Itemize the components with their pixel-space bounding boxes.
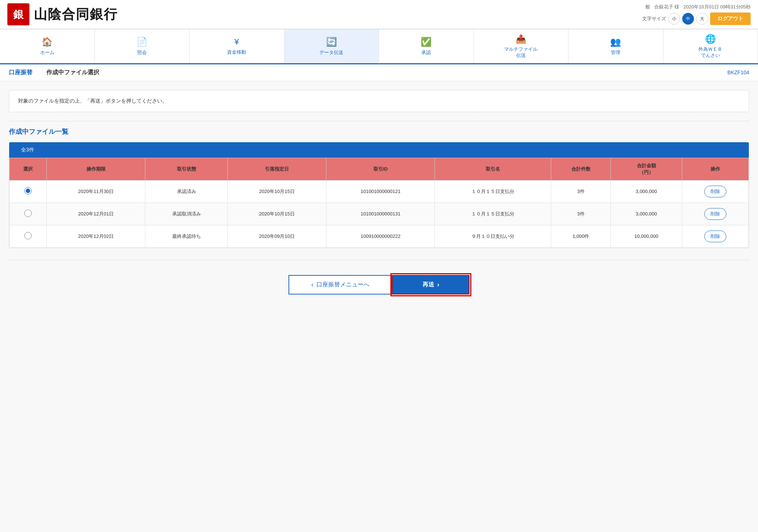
user-name: 合銀花子 様 bbox=[654, 4, 680, 10]
table-row: 2020年11月30日承認済み2020年10月15日10100100000012… bbox=[10, 180, 749, 203]
cell-transaction_name: ９月１０日支払い分 bbox=[435, 225, 551, 247]
nav-manage-label: 管理 bbox=[611, 49, 620, 56]
nav-transfer-label: 資金移動 bbox=[227, 49, 246, 56]
delete-button-0[interactable]: 削除 bbox=[704, 186, 726, 197]
col-date: 引落指定日 bbox=[227, 158, 326, 180]
cell-deadline: 2020年11月30日 bbox=[47, 180, 145, 203]
table-count-row: 全3件 bbox=[9, 142, 749, 158]
cell-status: 承認済み bbox=[145, 180, 228, 203]
cell-amount: 3,000,000 bbox=[611, 203, 682, 225]
main-content: 対象のファイルを指定の上、「再送」ボタンを押してください。 作成中ファイル一覧 … bbox=[0, 81, 758, 532]
cell-amount: 3,000,000 bbox=[611, 180, 682, 203]
cell-transaction_name: １０月１５日支払分 bbox=[435, 203, 551, 225]
col-id: 取引ID bbox=[326, 158, 435, 180]
nav-forex[interactable]: 🌐 外為ＷＥＢでんさい bbox=[663, 29, 758, 63]
cell-transaction_id: 101001000000131 bbox=[326, 203, 435, 225]
nav-forex-label: 外為ＷＥＢでんさい bbox=[698, 46, 722, 59]
font-controls: 文字サイズ 小 中 大 ログアウト bbox=[642, 13, 751, 25]
cell-deadline: 2020年12月02日 bbox=[47, 225, 145, 247]
col-status: 取引状態 bbox=[145, 158, 228, 180]
cell-status: 承認取消済み bbox=[145, 203, 228, 225]
cell-transaction_name: １０月１５日支払分 bbox=[435, 180, 551, 203]
submit-chevron-icon: › bbox=[437, 281, 439, 289]
nav-manage[interactable]: 👥 管理 bbox=[568, 29, 663, 63]
font-small-button[interactable]: 小 bbox=[668, 13, 680, 25]
file-list-table-container: 全3件 選択 操作期限 取引状態 引落指定日 取引ID 取引名 合計件数 合計金… bbox=[9, 142, 749, 248]
row-radio-2[interactable] bbox=[24, 232, 32, 239]
breadcrumb-page: 作成中ファイル選択 bbox=[46, 69, 99, 76]
divider-1 bbox=[9, 121, 749, 121]
divider-2 bbox=[9, 260, 749, 260]
font-medium-button[interactable]: 中 bbox=[682, 13, 694, 25]
table-header: 選択 操作期限 取引状態 引落指定日 取引ID 取引名 合計件数 合計金額（円）… bbox=[10, 158, 749, 180]
submit-button-label: 再送 bbox=[422, 281, 434, 289]
col-name: 取引名 bbox=[435, 158, 551, 180]
cell-count: 1,000件 bbox=[551, 225, 610, 247]
forex-icon: 🌐 bbox=[705, 34, 716, 44]
table-row: 2020年12月01日承認取消済み2020年10月15日101001000000… bbox=[10, 203, 749, 225]
row-radio-1[interactable] bbox=[24, 210, 32, 217]
bank-name: 山陰合同銀行 bbox=[34, 6, 118, 24]
row-radio-0[interactable] bbox=[24, 187, 32, 194]
cell-transaction_id: 100910000000222 bbox=[326, 225, 435, 247]
cell-status: 最終承認待ち bbox=[145, 225, 228, 247]
file-list-table: 選択 操作期限 取引状態 引落指定日 取引ID 取引名 合計件数 合計金額（円）… bbox=[9, 158, 749, 248]
manage-icon: 👥 bbox=[610, 37, 621, 47]
nav-inquiry[interactable]: 📄 照会 bbox=[95, 29, 190, 63]
instruction-text: 対象のファイルを指定の上、「再送」ボタンを押してください。 bbox=[18, 98, 740, 104]
delete-button-1[interactable]: 削除 bbox=[704, 208, 726, 220]
footer-actions: ‹ 口座振替メニューへ 再送 › bbox=[9, 275, 749, 294]
nav-approval-label: 承認 bbox=[421, 49, 431, 56]
nav-home[interactable]: 🏠 ホーム bbox=[0, 29, 95, 63]
nav: 🏠 ホーム 📄 照会 ¥ 資金移動 🔄 データ伝送 ✅ 承認 📤 マルチファイル… bbox=[0, 29, 758, 64]
col-deadline: 操作期限 bbox=[47, 158, 145, 180]
cell-transaction_id: 101001000000121 bbox=[326, 180, 435, 203]
nav-data[interactable]: 🔄 データ伝送 bbox=[284, 29, 379, 64]
data-icon: 🔄 bbox=[326, 37, 337, 47]
nav-transfer[interactable]: ¥ 資金移動 bbox=[190, 29, 284, 63]
user-type: 般 bbox=[645, 4, 650, 10]
nav-inquiry-label: 照会 bbox=[137, 49, 147, 56]
count-badge: 全3件 bbox=[15, 145, 40, 155]
back-chevron-icon: ‹ bbox=[311, 281, 314, 289]
nav-multi[interactable]: 📤 マルチファイル伝送 bbox=[474, 29, 569, 63]
approval-icon: ✅ bbox=[421, 37, 432, 47]
font-size-label: 文字サイズ bbox=[642, 15, 666, 22]
delete-button-2[interactable]: 削除 bbox=[704, 231, 726, 242]
breadcrumb-title: 口座振替 bbox=[9, 69, 32, 76]
inquiry-icon: 📄 bbox=[137, 37, 148, 47]
col-amount: 合計金額（円） bbox=[611, 158, 682, 180]
nav-multi-label: マルチファイル伝送 bbox=[504, 46, 538, 59]
submit-button[interactable]: 再送 › bbox=[392, 275, 470, 294]
header-right: 般 合銀花子 様 2020年10月01日 09時31分05秒 文字サイズ 小 中… bbox=[642, 4, 751, 25]
section-title: 作成中ファイル一覧 bbox=[9, 127, 749, 136]
cell-count: 3件 bbox=[551, 203, 610, 225]
cell-date: 2020年10月15日 bbox=[227, 180, 326, 203]
nav-home-label: ホーム bbox=[40, 49, 54, 56]
header: 銀 山陰合同銀行 般 合銀花子 様 2020年10月01日 09時31分05秒 … bbox=[0, 0, 758, 29]
instruction-box: 対象のファイルを指定の上、「再送」ボタンを押してください。 bbox=[9, 90, 749, 112]
back-button[interactable]: ‹ 口座振替メニューへ bbox=[288, 275, 392, 294]
logout-button[interactable]: ログアウト bbox=[710, 13, 751, 25]
transfer-icon: ¥ bbox=[234, 37, 239, 47]
svg-text:銀: 銀 bbox=[13, 9, 24, 20]
datetime: 2020年10月01日 09時31分05秒 bbox=[683, 4, 751, 10]
nav-approval[interactable]: ✅ 承認 bbox=[379, 29, 474, 63]
font-large-button[interactable]: 大 bbox=[696, 13, 708, 25]
table-row: 2020年12月02日最終承認待ち2020年09月10日100910000000… bbox=[10, 225, 749, 247]
cell-count: 3件 bbox=[551, 180, 610, 203]
col-count: 合計件数 bbox=[551, 158, 610, 180]
bank-logo: 銀 bbox=[7, 3, 29, 25]
user-info: 般 合銀花子 様 2020年10月01日 09時31分05秒 bbox=[645, 4, 751, 10]
cell-date: 2020年10月15日 bbox=[227, 203, 326, 225]
cell-amount: 10,000,000 bbox=[611, 225, 682, 247]
nav-data-label: データ伝送 bbox=[319, 49, 343, 56]
multi-icon: 📤 bbox=[516, 34, 527, 44]
breadcrumb: 口座振替 作成中ファイル選択 BKZF104 bbox=[0, 64, 758, 81]
page-code: BKZF104 bbox=[727, 69, 749, 75]
home-icon: 🏠 bbox=[42, 37, 53, 47]
cell-deadline: 2020年12月01日 bbox=[47, 203, 145, 225]
cell-date: 2020年09月10日 bbox=[227, 225, 326, 247]
col-select: 選択 bbox=[10, 158, 47, 180]
col-action: 操作 bbox=[682, 158, 748, 180]
